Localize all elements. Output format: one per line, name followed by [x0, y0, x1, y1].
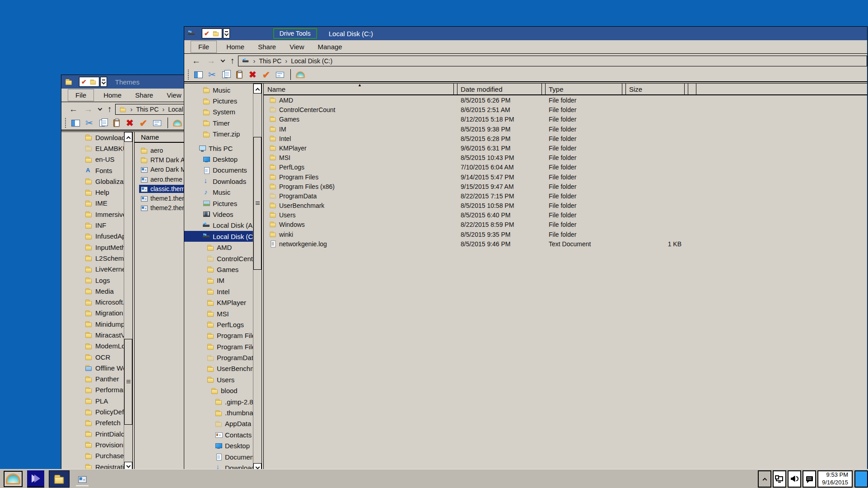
recent-locations-chevron[interactable]: [98, 106, 103, 111]
file-row[interactable]: PerfLogs7/10/2015 6:04 AMFile folder: [264, 162, 867, 172]
delete-icon[interactable]: ✖: [247, 69, 259, 80]
qat-folder-icon[interactable]: [90, 79, 97, 85]
tree-item[interactable]: Timer: [184, 117, 253, 128]
tree-item[interactable]: Pictures: [184, 198, 253, 209]
forward-button[interactable]: →: [84, 104, 93, 114]
theme-file[interactable]: aero: [139, 146, 164, 155]
file-row[interactable]: winki8/5/2015 9:35 PMFile folder: [264, 230, 867, 239]
qat-check-icon[interactable]: ✔: [81, 79, 87, 85]
qat-folder-icon[interactable]: [213, 30, 219, 37]
file-row[interactable]: KMPlayer9/6/2015 6:31 PMFile folder: [264, 143, 867, 153]
tree-item[interactable]: blood: [184, 385, 253, 396]
hidden-icons-button[interactable]: [758, 470, 771, 488]
tree-item[interactable]: Users: [184, 374, 253, 385]
copy-icon[interactable]: [97, 117, 109, 129]
folder-list-item[interactable]: IME: [61, 198, 124, 209]
folder-list-item[interactable]: InfusedApps: [61, 231, 124, 242]
tree-item[interactable]: Contacts: [184, 429, 253, 440]
file-row[interactable]: Games8/12/2015 5:18 PMFile folder: [264, 114, 867, 124]
checkmark-icon[interactable]: ✔: [260, 69, 272, 80]
tab-home[interactable]: Home: [97, 89, 128, 101]
folder-list-item[interactable]: Microsoft.NE: [61, 296, 124, 307]
file-row[interactable]: UserBenchmark8/5/2015 10:58 PMFile folde…: [264, 201, 867, 210]
tree-item[interactable]: ProgramData: [184, 352, 253, 363]
tree-item[interactable]: PerfLogs: [184, 319, 253, 330]
start-button[interactable]: [4, 471, 23, 487]
theme-file[interactable]: theme2.them: [139, 204, 189, 212]
breadcrumb-local-disk[interactable]: Local Disk (C:): [291, 57, 332, 65]
folder-list-item[interactable]: Media: [61, 286, 124, 296]
folder-list-item[interactable]: Performance: [61, 385, 124, 395]
mail-icon[interactable]: [274, 69, 286, 80]
action-center-button[interactable]: [803, 470, 816, 488]
folder-list-item[interactable]: Migration: [61, 308, 124, 319]
checkmark-icon[interactable]: ✔: [137, 117, 149, 129]
tree-item[interactable]: Games: [184, 264, 253, 275]
tree-item[interactable]: Local Disk (C:): [184, 231, 253, 242]
scroll-up-button[interactable]: [253, 84, 261, 94]
qat-check-icon[interactable]: ✔: [204, 30, 210, 37]
folder-list-item[interactable]: LiveKernelRe: [61, 264, 124, 275]
paste-icon[interactable]: [233, 69, 245, 80]
breadcrumb-this-pc[interactable]: This PC: [259, 57, 282, 65]
quick-access-toolbar[interactable]: ✔: [202, 28, 222, 38]
cut-icon[interactable]: ✂: [83, 117, 95, 129]
clock[interactable]: 9:53 PM 9/16/2015: [817, 470, 853, 488]
cut-icon[interactable]: ✂: [206, 69, 218, 80]
network-tray-button[interactable]: [773, 470, 786, 488]
file-row[interactable]: Users8/5/2015 6:40 PMFile folder: [264, 210, 867, 220]
qat-dropdown-button[interactable]: [100, 77, 107, 87]
tree-item[interactable]: MSI: [184, 308, 253, 319]
volume-tray-button[interactable]: [788, 470, 801, 488]
tab-view[interactable]: View: [283, 41, 311, 52]
up-button[interactable]: ↑: [230, 56, 235, 66]
folder-list-item[interactable]: InputMethod: [61, 242, 124, 253]
tree-item[interactable]: KMPlayer: [184, 297, 253, 308]
tree-item[interactable]: .gimp-2.8: [184, 396, 253, 407]
preview-pane-icon[interactable]: [192, 69, 205, 80]
folder-list-item[interactable]: MiracastView: [61, 329, 124, 340]
tree-item[interactable]: Timer.zip: [184, 129, 253, 140]
tree-item[interactable]: This PC: [184, 143, 253, 154]
recent-locations-chevron[interactable]: [221, 58, 225, 62]
column-type[interactable]: Type: [549, 85, 564, 93]
back-button[interactable]: ←: [192, 56, 201, 66]
qat-dropdown-button[interactable]: [223, 28, 230, 38]
forward-button[interactable]: →: [207, 56, 215, 66]
tree-item[interactable]: Documents: [184, 451, 253, 462]
tab-file[interactable]: File: [68, 89, 94, 101]
paste-icon[interactable]: [110, 117, 122, 129]
folder-list-item[interactable]: ELAMBKUP: [61, 143, 124, 154]
scrollbar-thumb[interactable]: [124, 339, 132, 425]
taskbar-display-properties-button[interactable]: [74, 470, 90, 488]
tree-item[interactable]: Music: [184, 187, 253, 198]
shell-icon[interactable]: [171, 117, 183, 129]
folder-list-item[interactable]: Logs: [61, 275, 124, 286]
tree-item[interactable]: Downloads: [184, 176, 253, 187]
back-button[interactable]: ←: [69, 104, 78, 114]
tree-scrollbar[interactable]: [253, 84, 261, 473]
theme-file[interactable]: aero.theme: [139, 175, 184, 183]
folder-list-item[interactable]: Help: [61, 187, 124, 197]
show-desktop-button[interactable]: [854, 470, 868, 488]
local-disk-titlebar[interactable]: ✔ Drive Tools Local Disk (C:): [184, 27, 867, 40]
breadcrumb-this-pc[interactable]: This PC: [136, 106, 159, 113]
folder-list-item[interactable]: Provisioning: [61, 439, 124, 450]
column-date[interactable]: Date modified: [461, 85, 503, 93]
folder-list-item[interactable]: ModemLogs: [61, 341, 124, 352]
theme-file[interactable]: theme1.them: [139, 194, 189, 202]
file-row[interactable]: ControlCenterCount8/6/2015 2:51 AMFile f…: [264, 105, 867, 114]
tree-item[interactable]: Music: [184, 84, 253, 95]
preview-pane-icon[interactable]: [70, 117, 82, 129]
copy-icon[interactable]: [219, 69, 232, 80]
tree-item[interactable]: AppData: [184, 418, 253, 429]
folder-list-item[interactable]: Fonts: [61, 165, 124, 176]
file-row[interactable]: MSI8/5/2015 10:43 PMFile folder: [264, 153, 867, 162]
tree-item[interactable]: UserBenchmar: [184, 363, 253, 374]
up-button[interactable]: ↑: [107, 104, 112, 114]
file-row[interactable]: Intel8/5/2015 6:28 PMFile folder: [264, 134, 867, 143]
tree-item[interactable]: Pictures: [184, 95, 253, 106]
file-row[interactable]: IM8/5/2015 9:38 PMFile folder: [264, 124, 867, 134]
tree-item[interactable]: Documents: [184, 165, 253, 176]
folder-list-item[interactable]: Prefetch: [61, 418, 124, 428]
